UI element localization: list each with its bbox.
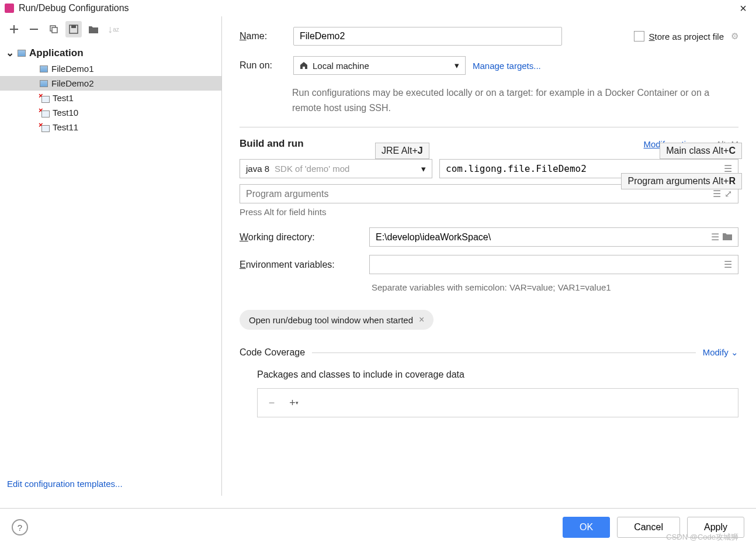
caret-down-icon: ▾ — [421, 164, 426, 174]
working-directory-input[interactable] — [376, 232, 708, 243]
tree-item-label: Test1 — [53, 93, 74, 103]
main-panel: Name: Store as project file ⚙ Run on: Lo… — [222, 16, 756, 496]
build-and-run-title: Build and run — [240, 138, 304, 150]
open-tool-window-chip[interactable]: Open run/debug tool window when started … — [240, 310, 434, 330]
list-icon[interactable]: ☰ — [724, 259, 732, 270]
environment-variables-input[interactable] — [376, 260, 720, 270]
store-as-project-label: Store as project file — [649, 32, 724, 42]
jre-suffix: SDK of 'demo' mod — [275, 164, 349, 174]
invalid-config-icon — [40, 123, 49, 132]
main-class-tooltip: Main class Alt+C — [660, 143, 742, 159]
toolbar: ↓az — [0, 16, 221, 42]
environment-variables-label: Environment variables: — [240, 260, 362, 270]
tree-item-filedemo2[interactable]: FileDemo2 — [0, 76, 221, 91]
home-icon — [300, 61, 308, 70]
env-hint: Separate variables with semicolon: VAR=v… — [372, 282, 738, 292]
edit-templates-link[interactable]: Edit configuration templates... — [0, 472, 221, 496]
sort-button[interactable]: ↓az — [105, 21, 122, 37]
name-label: Name: — [240, 31, 286, 42]
sidebar: ↓az ⌄ Application FileDemo1 FileDemo2 Te… — [0, 16, 222, 496]
program-arguments-tooltip: Program arguments Alt+R — [621, 173, 742, 189]
application-icon — [18, 50, 26, 57]
configuration-tree: ⌄ Application FileDemo1 FileDemo2 Test1 … — [0, 42, 221, 472]
name-input[interactable] — [293, 27, 562, 46]
application-icon — [40, 65, 48, 72]
application-icon — [40, 80, 48, 87]
tree-item-label: FileDemo2 — [51, 78, 94, 88]
coverage-subtitle: Packages and classes to include in cover… — [257, 369, 738, 380]
chevron-down-icon: ⌄ — [6, 47, 14, 59]
working-directory-field[interactable]: ☰ — [369, 227, 738, 247]
environment-variables-field[interactable]: ☰ — [369, 255, 738, 274]
jre-tooltip: JRE Alt+J — [375, 143, 429, 159]
tree-item-filedemo1[interactable]: FileDemo1 — [0, 61, 221, 76]
expand-icon[interactable]: ⤢ — [724, 188, 732, 199]
tree-root-application[interactable]: ⌄ Application — [0, 44, 221, 61]
invalid-config-icon — [40, 109, 49, 117]
chip-label: Open run/debug tool window when started — [249, 315, 413, 325]
tree-item-test1[interactable]: Test1 — [0, 91, 221, 105]
coverage-add-button[interactable]: +▾ — [286, 395, 302, 411]
add-button[interactable] — [6, 21, 22, 37]
store-as-project-checkbox[interactable] — [634, 31, 644, 42]
divider — [312, 353, 696, 353]
coverage-remove-button[interactable]: − — [263, 395, 280, 411]
coverage-modify-link[interactable]: Modify ⌄ — [703, 347, 738, 358]
folder-button[interactable] — [85, 21, 102, 37]
list-icon[interactable]: ☰ — [713, 188, 721, 199]
svg-rect-3 — [71, 25, 76, 28]
jre-value: java 8 — [246, 164, 269, 174]
remove-button[interactable] — [26, 21, 42, 37]
coverage-list: − +▾ — [257, 388, 738, 417]
copy-button[interactable] — [46, 21, 62, 37]
gear-icon[interactable]: ⚙ — [731, 31, 738, 42]
tree-item-test11[interactable]: Test11 — [0, 120, 221, 134]
svg-rect-1 — [52, 27, 57, 33]
watermark: CSDN @Code攻城狮 — [666, 532, 738, 542]
tree-root-label: Application — [29, 47, 84, 59]
window-title: Run/Debug Configurations — [19, 3, 129, 13]
run-on-value: Local machine — [313, 61, 369, 71]
run-on-hint: Run configurations may be executed local… — [292, 85, 738, 115]
ok-button[interactable]: OK — [563, 517, 610, 538]
list-icon[interactable]: ☰ — [711, 231, 719, 243]
program-arguments-input[interactable] — [246, 189, 709, 199]
run-on-dropdown[interactable]: Local machine ▾ — [293, 56, 466, 75]
folder-icon[interactable] — [723, 232, 732, 243]
title-bar: Run/Debug Configurations × — [0, 0, 756, 16]
save-button[interactable] — [65, 21, 82, 37]
run-on-label: Run on: — [240, 60, 286, 71]
close-icon[interactable]: × — [735, 2, 751, 15]
tree-item-label: Test11 — [53, 122, 78, 132]
tree-item-test10[interactable]: Test10 — [0, 105, 221, 120]
app-icon — [5, 4, 14, 13]
footer: ? OK Cancel Apply CSDN @Code攻城狮 — [0, 508, 756, 546]
invalid-config-icon — [40, 94, 49, 102]
jre-dropdown[interactable]: java 8 SDK of 'demo' mod ▾ — [240, 159, 432, 178]
alt-hint: Press Alt for field hints — [240, 207, 738, 217]
working-directory-label: Working directory: — [240, 232, 362, 243]
tree-item-label: Test10 — [53, 108, 78, 118]
chip-close-icon[interactable]: × — [419, 315, 424, 325]
code-coverage-title: Code Coverage — [240, 347, 305, 358]
help-button[interactable]: ? — [12, 519, 28, 535]
caret-down-icon: ▾ — [455, 60, 459, 71]
tree-item-label: FileDemo1 — [51, 64, 94, 74]
manage-targets-link[interactable]: Manage targets... — [473, 61, 541, 71]
